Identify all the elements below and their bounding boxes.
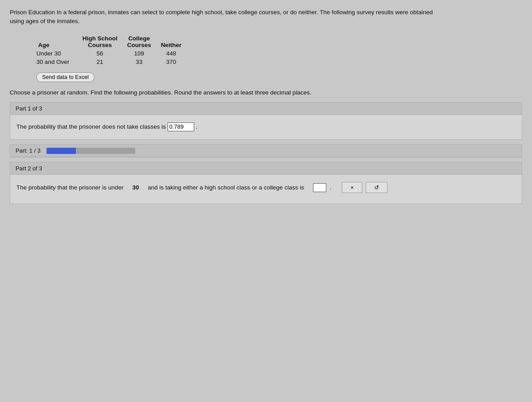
- data-table: Age High SchoolCourses CollegeCourses Ne…: [36, 34, 189, 66]
- row-age-under30: Under 30: [36, 49, 81, 58]
- send-to-excel-button[interactable]: Send data to Excel: [36, 72, 94, 82]
- part2-question-end: and is taking either a high school class…: [148, 183, 304, 193]
- part2-clear-button[interactable]: ×: [342, 182, 362, 193]
- row-age-30over: 30 and Over: [36, 58, 81, 66]
- part2-answer-input[interactable]: [313, 183, 326, 192]
- progress-bar-fill: [47, 148, 76, 154]
- part2-question-start: The probability that the prisoner is und…: [16, 183, 124, 193]
- part2-number: 30: [132, 183, 139, 193]
- col-header-college: CollegeCourses: [125, 34, 159, 49]
- part2-period: .: [330, 183, 332, 193]
- part2-body: The probability that the prisoner is und…: [10, 175, 522, 204]
- part2-actions: × ↺: [342, 182, 387, 193]
- row-hs-30over: 21: [81, 58, 125, 66]
- col-header-neither: Neither: [159, 34, 190, 49]
- part1-section: Part 1 of 3 The probability that the pri…: [10, 102, 522, 140]
- part1-progress-bar-row: Part: 1 / 3: [10, 145, 522, 157]
- col-header-highschool: High SchoolCourses: [81, 34, 125, 49]
- progress-bar-container: [47, 148, 135, 154]
- part1-question: The probability that the prisoner does n…: [16, 123, 166, 130]
- part2-redo-button[interactable]: ↺: [366, 182, 387, 193]
- part1-body: The probability that the prisoner does n…: [10, 115, 522, 140]
- row-neither-30over: 370: [159, 58, 190, 66]
- part2-section: Part 2 of 3 The probability that the pri…: [10, 162, 522, 204]
- part1-period: .: [196, 123, 197, 130]
- table-row: Under 30 56 109 448: [36, 49, 189, 58]
- choose-text: Choose a prisoner at random. Find the fo…: [10, 89, 444, 96]
- row-college-30over: 33: [125, 58, 159, 66]
- row-college-under30: 109: [125, 49, 159, 58]
- table-row: 30 and Over 21 33 370: [36, 58, 189, 66]
- part2-header: Part 2 of 3: [10, 162, 522, 175]
- part1-progress-label: Part: 1 / 3: [16, 147, 40, 154]
- intro-text: Prison Education In a federal prison, in…: [10, 8, 444, 26]
- part1-progress-section: Part: 1 / 3: [10, 144, 522, 158]
- row-neither-under30: 448: [159, 49, 190, 58]
- part1-answer-input[interactable]: [168, 122, 194, 131]
- part1-header: Part 1 of 3: [10, 102, 522, 115]
- col-header-age: Age: [36, 34, 81, 49]
- row-hs-under30: 56: [81, 49, 125, 58]
